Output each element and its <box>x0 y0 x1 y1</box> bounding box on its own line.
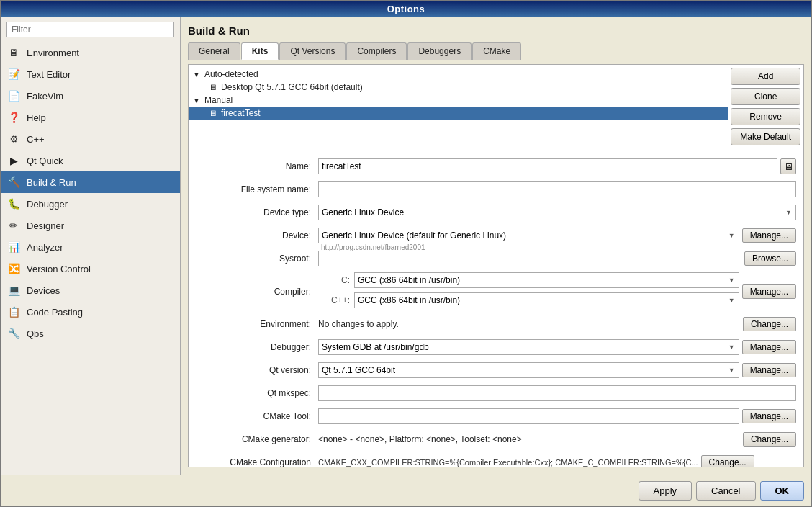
qt-mkspec-control <box>318 385 796 401</box>
form-row-device: Device: Generic Linux Device (default fo… <box>196 226 796 245</box>
sidebar-item-devices[interactable]: 💻Devices <box>1 279 180 301</box>
debugger-manage-btn[interactable]: Manage... <box>742 340 796 354</box>
bottom-bar: Apply Cancel OK <box>1 475 811 506</box>
name-input[interactable] <box>318 158 777 174</box>
code-pasting-icon: 📋 <box>6 305 21 319</box>
apply-button[interactable]: Apply <box>639 481 693 501</box>
qt-version-manage-btn[interactable]: Manage... <box>742 363 796 377</box>
qt-quick-icon: ▶ <box>6 153 21 168</box>
tab-qt-versions[interactable]: Qt Versions <box>279 42 346 60</box>
sidebar-item-label: Analyzer <box>27 242 63 253</box>
tree-item-desktop[interactable]: 🖥 Desktop Qt 5.7.1 GCC 64bit (default) <box>189 81 728 94</box>
cmake-generator-change-btn[interactable]: Change... <box>743 432 796 447</box>
sidebar-item-debugger[interactable]: 🐛Debugger <box>1 193 180 215</box>
compiler-c-select[interactable]: GCC (x86 64bit in /usr/bin) <box>354 272 739 288</box>
sidebar-item-help[interactable]: ❓Help <box>1 107 180 128</box>
analyzer-icon: 📊 <box>6 240 21 254</box>
compiler-sub-area: C: GCC (x86 64bit in /usr/bin) <box>318 272 739 310</box>
environment-label: Environment: <box>196 319 318 329</box>
ok-button[interactable]: OK <box>760 481 805 501</box>
version-control-icon: 🔀 <box>6 261 21 276</box>
device-type-control: Generic Linux Device <box>318 205 796 220</box>
sidebar-item-designer[interactable]: ✏Designer <box>1 215 180 236</box>
tab-compilers[interactable]: Compilers <box>346 42 407 60</box>
cmake-config-value: CMAKE_CXX_COMPILER:STRING=%{Compiler:Exe… <box>318 458 698 467</box>
kit-tree-area: ▼ Auto-detected 🖥 Desktop Qt 5.7.1 GCC 6… <box>189 65 728 151</box>
sidebar-item-text-editor[interactable]: 📝Text Editor <box>1 63 180 85</box>
sidebar-item-version-control[interactable]: 🔀Version Control <box>1 258 180 279</box>
device-select-wrapper: Generic Linux Device (default for Generi… <box>318 228 739 243</box>
devices-icon: 💻 <box>6 283 21 297</box>
compiler-c-select-wrapper: GCC (x86 64bit in /usr/bin) <box>354 272 739 288</box>
device-type-select[interactable]: Generic Linux Device <box>318 205 796 220</box>
sidebar-item-cpp[interactable]: ⚙C++ <box>1 128 180 150</box>
environment-change-btn[interactable]: Change... <box>743 317 796 331</box>
cmake-tool-input[interactable] <box>318 408 739 424</box>
sidebar-item-qbs[interactable]: 🔧Qbs <box>1 323 180 344</box>
sidebar-item-code-pasting[interactable]: 📋Code Pasting <box>1 301 180 323</box>
compiler-control: C: GCC (x86 64bit in /usr/bin) <box>318 272 796 310</box>
sysroot-input[interactable] <box>318 251 741 266</box>
sidebar-items: 🖥Environment📝Text Editor📄FakeVim❓Help⚙C+… <box>1 42 180 344</box>
cmake-tool-manage-btn[interactable]: Manage... <box>742 409 796 423</box>
cmake-config-change-btn[interactable]: Change... <box>701 455 754 467</box>
cmake-tool-control: Manage... <box>318 408 796 424</box>
sidebar-item-label: Devices <box>27 285 60 296</box>
device-manage-btn[interactable]: Manage... <box>742 228 796 243</box>
form-area: Name: 🖥 File system name: <box>189 151 803 467</box>
tab-cmake[interactable]: CMake <box>472 42 521 60</box>
compiler-cpp-select-wrapper: GCC (x86 64bit in /usr/bin) <box>354 292 739 308</box>
tab-kits[interactable]: Kits <box>241 42 279 60</box>
qt-mkspec-input[interactable] <box>318 385 796 401</box>
form-row-cmake-generator: CMake generator: <none> - <none>, Platfo… <box>196 430 796 449</box>
sidebar-item-label: Help <box>27 112 46 123</box>
environment-icon: 🖥 <box>6 45 21 60</box>
firecat-icon: 🖥 <box>209 109 217 117</box>
remove-button[interactable]: Remove <box>731 108 800 125</box>
file-system-name-input[interactable] <box>318 181 796 197</box>
tab-content: ▼ Auto-detected 🖥 Desktop Qt 5.7.1 GCC 6… <box>188 64 804 467</box>
cmake-generator-label: CMake generator: <box>196 434 318 444</box>
title-bar: Options <box>1 1 811 17</box>
tree-item-firecat-label: firecatTest <box>221 108 261 118</box>
qbs-icon: 🔧 <box>6 326 21 341</box>
tree-item-desktop-label: Desktop Qt 5.7.1 GCC 64bit (default) <box>221 82 363 92</box>
make-default-button[interactable]: Make Default <box>731 128 800 145</box>
window-title: Options <box>387 4 425 14</box>
cmake-tool-label: CMake Tool: <box>196 411 318 421</box>
form-row-debugger: Debugger: System GDB at /usr/bin/gdb Man… <box>196 338 796 356</box>
debugger-select[interactable]: System GDB at /usr/bin/gdb <box>318 339 739 355</box>
clone-button[interactable]: Clone <box>731 88 800 105</box>
qt-version-select[interactable]: Qt 5.7.1 GCC 64bit <box>318 362 739 378</box>
compiler-cpp-select[interactable]: GCC (x86 64bit in /usr/bin) <box>354 292 739 308</box>
fakevim-icon: 📄 <box>6 89 21 103</box>
add-button[interactable]: Add <box>731 68 800 85</box>
name-icon-btn[interactable]: 🖥 <box>780 158 796 174</box>
qt-version-label: Qt version: <box>196 365 318 375</box>
cpp-icon: ⚙ <box>6 132 21 146</box>
device-select[interactable]: Generic Linux Device (default for Generi… <box>318 228 739 243</box>
filter-input[interactable] <box>6 22 174 37</box>
sidebar-item-fakevim[interactable]: 📄FakeVim <box>1 85 180 107</box>
sidebar-item-environment[interactable]: 🖥Environment <box>1 42 180 63</box>
sidebar-item-label: Build & Run <box>27 177 76 188</box>
environment-value: No changes to apply. <box>318 319 740 329</box>
sysroot-browse-btn[interactable]: Browse... <box>744 251 796 266</box>
sidebar-item-build-run[interactable]: 🔨Build & Run <box>1 171 180 193</box>
cancel-button[interactable]: Cancel <box>696 481 755 501</box>
tab-debuggers[interactable]: Debuggers <box>407 42 472 60</box>
device-label: Device: <box>196 230 318 241</box>
compiler-manage-btn[interactable]: Manage... <box>742 284 796 299</box>
expand-triangle-auto: ▼ <box>193 71 200 78</box>
form-row-cmake-config: CMake Configuration CMAKE_CXX_COMPILER:S… <box>196 453 796 467</box>
desktop-icon: 🖥 <box>209 83 217 91</box>
device-type-select-wrapper: Generic Linux Device <box>318 205 796 220</box>
sidebar-item-analyzer[interactable]: 📊Analyzer <box>1 236 180 258</box>
device-hint: http://prog.csdn.net/fbarned2001 <box>321 243 425 251</box>
debugger-label: Debugger: <box>196 342 318 352</box>
sidebar-item-qt-quick[interactable]: ▶Qt Quick <box>1 150 180 171</box>
form-row-name: Name: 🖥 <box>196 157 796 176</box>
tree-item-firecat[interactable]: 🖥 firecatTest <box>189 107 728 120</box>
tab-general[interactable]: General <box>188 42 240 60</box>
cmake-config-label: CMake Configuration <box>196 457 318 467</box>
